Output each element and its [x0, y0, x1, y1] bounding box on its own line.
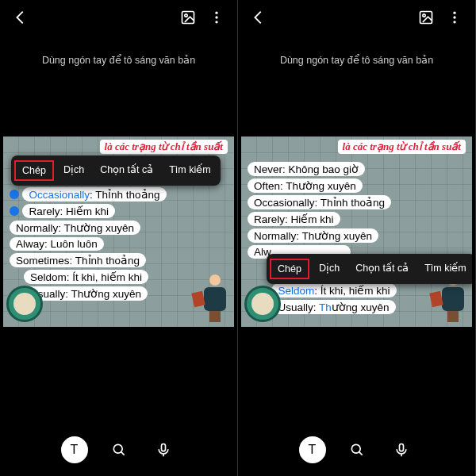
instruction-text: Dùng ngón tay để tô sáng văn bản: [0, 54, 237, 66]
selection-end-handle[interactable]: [10, 206, 19, 216]
list-item[interactable]: Normally: Thường xuyên: [10, 221, 140, 235]
text-mode-button[interactable]: T: [61, 436, 88, 463]
svg-point-13: [453, 21, 455, 23]
svg-point-10: [423, 14, 425, 17]
gallery-icon[interactable]: [178, 8, 198, 27]
clock-clipart: [244, 286, 281, 322]
svg-point-4: [215, 21, 217, 23]
ctx-copy[interactable]: Chép: [14, 160, 54, 181]
list-item[interactable]: Usually: Thường xuyên: [271, 300, 395, 314]
context-menu: Chép Dịch Chọn tất cả Tìm kiếm: [267, 254, 472, 284]
header-red-text: là các trạng từ chỉ tần suất: [100, 140, 228, 154]
list-item[interactable]: Occasionally: Thỉnh thoảng: [22, 187, 166, 202]
svg-line-6: [121, 452, 124, 455]
list-item[interactable]: Seldom: Ít khi, hiếm khi: [271, 283, 396, 298]
list-item[interactable]: Occasionally: Thỉnh thoảng: [248, 195, 391, 209]
search-icon[interactable]: [344, 436, 370, 463]
list-item[interactable]: Sometimes: Thỉnh thoảng: [10, 253, 146, 267]
scanned-photo: là các trạng từ chỉ tần suất Never: Khôn…: [241, 136, 472, 327]
mic-icon[interactable]: [388, 436, 415, 463]
svg-rect-9: [420, 12, 432, 24]
svg-point-1: [185, 14, 187, 17]
bottom-toolbar: T: [0, 436, 237, 463]
ctx-translate[interactable]: Dịch: [313, 259, 346, 279]
gallery-icon[interactable]: [416, 8, 436, 27]
top-bar: [0, 0, 237, 35]
ctx-search[interactable]: Tìm kiếm: [418, 259, 472, 279]
svg-point-11: [453, 12, 455, 14]
svg-line-15: [359, 452, 362, 455]
svg-point-14: [351, 444, 360, 453]
top-bar: [238, 0, 475, 35]
scanned-photo: là các trạng từ chỉ tần suất Chép Dịch C…: [3, 136, 234, 327]
ctx-copy[interactable]: Chép: [270, 259, 309, 279]
context-menu: Chép Dịch Chọn tất cả Tìm kiếm: [11, 155, 221, 186]
svg-rect-7: [161, 444, 165, 451]
more-icon[interactable]: [445, 8, 464, 27]
clock-clipart: [6, 286, 43, 322]
text-mode-button[interactable]: T: [299, 436, 326, 463]
svg-point-3: [215, 16, 217, 18]
ocr-lines: Chép Dịch Chọn tất cả Tìm kiếm Occasiona…: [10, 160, 228, 301]
ctx-select-all[interactable]: Chọn tất cả: [94, 160, 159, 181]
svg-point-5: [113, 444, 122, 453]
header-red-text: là các trạng từ chỉ tần suất: [338, 140, 466, 154]
ctx-select-all[interactable]: Chọn tất cả: [349, 259, 415, 279]
screenshot-right: Dùng ngón tay để tô sáng văn bản là các …: [238, 0, 476, 476]
list-item[interactable]: Normally: Thường xuyên: [248, 228, 378, 243]
list-item[interactable]: Rarely: Hiếm khi: [248, 212, 340, 226]
list-item[interactable]: Alway: Luôn luôn: [10, 237, 104, 251]
more-icon[interactable]: [207, 8, 226, 27]
svg-rect-0: [182, 12, 194, 24]
list-item[interactable]: Rarely: Hiếm khi: [22, 204, 115, 218]
screenshot-left: Dùng ngón tay để tô sáng văn bản là các …: [0, 0, 238, 476]
back-icon[interactable]: [11, 8, 30, 27]
instruction-text: Dùng ngón tay để tô sáng văn bản: [238, 54, 475, 66]
list-item[interactable]: Seldom: Ít khi, hiếm khi: [24, 270, 148, 284]
list-item[interactable]: Usually: Thường xuyên: [24, 286, 148, 301]
bottom-toolbar: T: [238, 436, 475, 463]
ctx-search[interactable]: Tìm kiếm: [163, 160, 217, 181]
mic-icon[interactable]: [150, 436, 177, 463]
svg-point-12: [453, 16, 455, 18]
list-item[interactable]: Often: Thường xuyên: [248, 178, 363, 193]
svg-point-2: [215, 12, 217, 14]
back-icon[interactable]: [249, 8, 268, 27]
search-icon[interactable]: [106, 436, 132, 463]
person-clipart: [199, 274, 231, 322]
selection-start-handle[interactable]: [10, 190, 19, 199]
svg-rect-16: [399, 444, 403, 451]
ctx-translate[interactable]: Dịch: [57, 160, 90, 181]
list-item[interactable]: Never: Không bao giờ: [248, 162, 365, 176]
